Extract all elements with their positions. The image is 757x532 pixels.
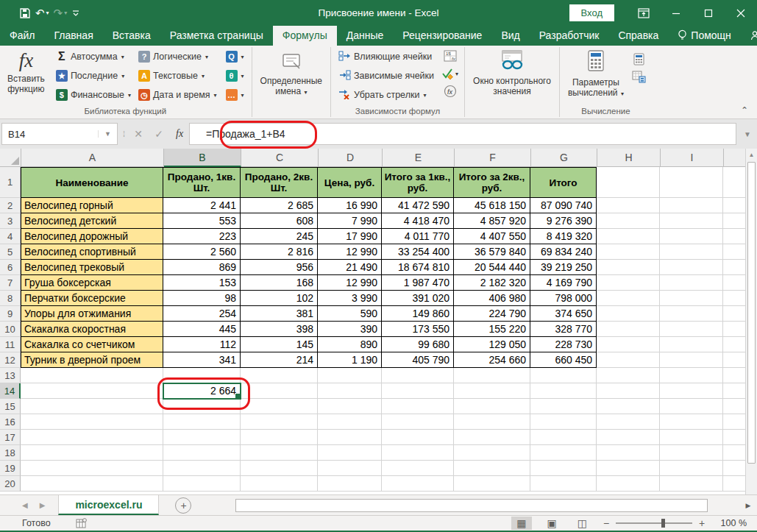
- vertical-scrollbar[interactable]: ▲: [745, 149, 757, 494]
- cell[interactable]: [530, 445, 597, 461]
- cell[interactable]: 391 020: [382, 291, 454, 306]
- name-box[interactable]: B14 ▼: [1, 123, 118, 145]
- row-header-19[interactable]: 19: [0, 461, 21, 476]
- tab-2[interactable]: Вставка: [103, 26, 160, 46]
- column-header-filler[interactable]: [724, 149, 745, 167]
- sign-in-button[interactable]: Вход: [569, 4, 614, 21]
- cell[interactable]: Наименование: [21, 167, 163, 198]
- cell[interactable]: [723, 461, 745, 476]
- cell[interactable]: 660 450: [530, 352, 597, 368]
- cell[interactable]: [318, 430, 382, 445]
- cell[interactable]: [163, 430, 241, 445]
- cell[interactable]: 4 418 470: [382, 213, 454, 229]
- cell[interactable]: Упоры для отжимания: [21, 306, 163, 322]
- cell[interactable]: [454, 383, 530, 399]
- cell[interactable]: [382, 430, 454, 445]
- calculate-sheet-icon[interactable]: [630, 68, 648, 85]
- zoom-slider[interactable]: [616, 522, 692, 524]
- cell[interactable]: 228 730: [530, 337, 597, 352]
- select-all-corner[interactable]: [0, 149, 21, 167]
- cell[interactable]: Продано, 1кв. Шт.: [163, 167, 241, 198]
- cell[interactable]: Скакалка скоростная: [21, 322, 163, 337]
- cell[interactable]: [454, 399, 530, 414]
- cell[interactable]: [723, 198, 745, 213]
- cell[interactable]: 4 857 920: [454, 213, 530, 229]
- ribbon-display-options-icon[interactable]: [628, 0, 660, 26]
- cell[interactable]: [597, 337, 660, 352]
- cell[interactable]: [241, 461, 318, 476]
- cell[interactable]: [723, 430, 745, 445]
- cell[interactable]: 405 790: [382, 352, 454, 368]
- view-normal-icon[interactable]: ▦: [511, 517, 531, 530]
- cell[interactable]: [723, 476, 745, 492]
- cell[interactable]: 99 680: [382, 337, 454, 352]
- cell[interactable]: 8 419 320: [530, 229, 597, 244]
- cell[interactable]: 608: [241, 213, 318, 229]
- cell[interactable]: 2 441: [163, 198, 241, 213]
- cell[interactable]: [597, 198, 660, 213]
- cell[interactable]: 1 987 470: [382, 275, 454, 291]
- cell[interactable]: 224 790: [454, 306, 530, 322]
- ribbon-button-more-functions-book[interactable]: …▾: [222, 85, 248, 104]
- row-header-18[interactable]: 18: [0, 445, 21, 461]
- row-header-20[interactable]: 20: [0, 476, 21, 492]
- horizontal-scrollbar[interactable]: ▶: [235, 498, 756, 512]
- cell[interactable]: [241, 414, 318, 430]
- undo-icon[interactable]: ↶▾: [35, 7, 49, 20]
- cell[interactable]: [21, 383, 163, 399]
- prev-sheet-icon[interactable]: ◀: [22, 501, 28, 509]
- cell[interactable]: 214: [241, 352, 318, 368]
- cell[interactable]: [597, 445, 660, 461]
- cell[interactable]: [318, 368, 382, 383]
- ribbon-button-financial-book[interactable]: $Финансовые▾: [52, 85, 135, 104]
- cell[interactable]: 2 685: [241, 198, 318, 213]
- maximize-button[interactable]: [692, 0, 725, 26]
- cell[interactable]: 254: [163, 306, 241, 322]
- formula-input[interactable]: =Продажа_1+B4: [189, 123, 736, 145]
- cell[interactable]: [597, 213, 660, 229]
- cell[interactable]: 153: [163, 275, 241, 291]
- cell[interactable]: [530, 476, 597, 492]
- cell[interactable]: [660, 461, 723, 476]
- ribbon-button-math-trig-book[interactable]: θ▾: [222, 66, 248, 85]
- cell[interactable]: [21, 461, 163, 476]
- cell[interactable]: [454, 368, 530, 383]
- cell[interactable]: [597, 476, 660, 492]
- row-header-15[interactable]: 15: [0, 399, 21, 414]
- cell[interactable]: [723, 445, 745, 461]
- cell[interactable]: [21, 476, 163, 492]
- calculate-now-icon[interactable]: [630, 50, 648, 68]
- cell[interactable]: [382, 414, 454, 430]
- cell[interactable]: 18 674 810: [382, 260, 454, 275]
- row-header-12[interactable]: 12: [0, 352, 21, 368]
- cell[interactable]: [660, 430, 723, 445]
- cancel-icon[interactable]: ✕: [129, 124, 148, 143]
- error-checking-icon[interactable]: ▾: [439, 65, 461, 82]
- tab-11[interactable]: Поделиться: [741, 26, 757, 46]
- cell[interactable]: Итого за 2кв., руб.: [454, 167, 530, 198]
- cell[interactable]: 2 182 320: [454, 275, 530, 291]
- cell[interactable]: 21 490: [318, 260, 382, 275]
- cell[interactable]: [241, 368, 318, 383]
- cell[interactable]: [318, 476, 382, 492]
- cell[interactable]: [723, 306, 745, 322]
- cell[interactable]: [530, 461, 597, 476]
- cell[interactable]: 33 254 400: [382, 244, 454, 260]
- tab-1[interactable]: Главная: [44, 26, 102, 46]
- cell[interactable]: 98: [163, 291, 241, 306]
- cell[interactable]: [21, 368, 163, 383]
- cell[interactable]: [382, 383, 454, 399]
- cell[interactable]: 3 990: [318, 291, 382, 306]
- cell[interactable]: 45 618 150: [454, 198, 530, 213]
- cell[interactable]: [660, 291, 723, 306]
- cell[interactable]: 2 816: [241, 244, 318, 260]
- cell[interactable]: [723, 291, 745, 306]
- ribbon-button-trace-dependents[interactable]: Зависимые ячейки: [335, 66, 438, 85]
- row-header-16[interactable]: 16: [0, 414, 21, 430]
- cell[interactable]: [382, 368, 454, 383]
- name-box-dropdown-icon[interactable]: ▼: [98, 130, 117, 138]
- ribbon-button-recent-functions-book[interactable]: ★Последние▾: [52, 66, 135, 85]
- tab-8[interactable]: Разработчик: [530, 26, 609, 46]
- zoom-in-icon[interactable]: +: [698, 517, 706, 529]
- row-header-14[interactable]: 14: [0, 383, 21, 399]
